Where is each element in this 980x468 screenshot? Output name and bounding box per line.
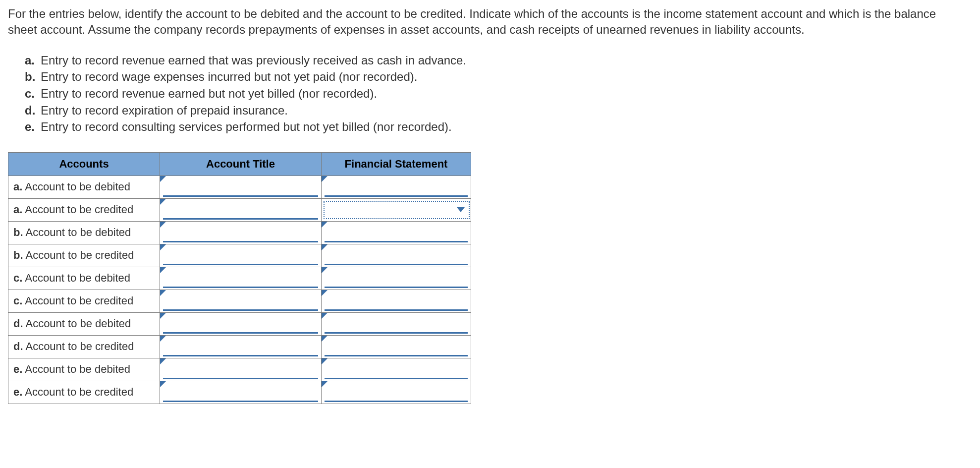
table-row: d. Account to be credited <box>8 335 471 358</box>
entry-letter: d. <box>25 102 41 119</box>
dropdown-indicator-icon <box>160 336 166 342</box>
dropdown-underline <box>325 241 468 242</box>
financial-statement-dropdown[interactable] <box>322 335 471 358</box>
table-row: a. Account to be credited <box>8 198 471 221</box>
financial-statement-dropdown[interactable] <box>322 290 471 312</box>
dropdown-underline <box>325 264 468 265</box>
account-title-dropdown[interactable] <box>160 335 322 358</box>
account-title-dropdown[interactable] <box>160 176 322 198</box>
dropdown-underline <box>163 332 318 334</box>
account-title-dropdown[interactable] <box>160 244 322 267</box>
entry-text: Entry to record revenue earned but not y… <box>41 85 377 102</box>
account-title-dropdown[interactable] <box>160 312 322 335</box>
accounts-label-cell: a. Account to be debited <box>8 176 160 198</box>
dropdown-indicator-icon <box>322 336 327 342</box>
instructions-text: For the entries below, identify the acco… <box>8 6 959 38</box>
row-label-text: Account to be debited <box>22 363 130 375</box>
financial-statement-dropdown[interactable] <box>322 381 471 404</box>
table-row: b. Account to be credited <box>8 244 471 267</box>
accounts-label-cell: c. Account to be credited <box>8 290 160 312</box>
account-title-dropdown[interactable] <box>160 381 322 404</box>
dropdown-indicator-icon <box>322 176 327 182</box>
accounts-label-cell: b. Account to be debited <box>8 221 160 244</box>
active-dropdown-outline <box>324 201 470 219</box>
dropdown-underline <box>325 332 468 334</box>
table-row: c. Account to be credited <box>8 290 471 312</box>
dropdown-indicator-icon <box>160 313 166 319</box>
row-label-text: Account to be debited <box>22 180 130 193</box>
financial-statement-dropdown[interactable] <box>322 267 471 290</box>
dropdown-underline <box>163 355 318 356</box>
row-label-text: Account to be credited <box>22 294 133 307</box>
row-label-text: Account to be credited <box>22 203 133 216</box>
dropdown-indicator-icon <box>160 358 166 364</box>
table-row: b. Account to be debited <box>8 221 471 244</box>
header-account-title: Account Title <box>160 152 322 176</box>
accounts-label-cell: a. Account to be credited <box>8 198 160 221</box>
row-letter: b. <box>13 226 23 238</box>
dropdown-indicator-icon <box>160 199 166 205</box>
dropdown-indicator-icon <box>160 222 166 228</box>
entry-text: Entry to record expiration of prepaid in… <box>41 102 288 119</box>
dropdown-underline <box>163 287 318 288</box>
dropdown-indicator-icon <box>322 313 327 319</box>
row-letter: c. <box>13 272 22 284</box>
dropdown-indicator-icon <box>322 244 327 250</box>
table-row: d. Account to be debited <box>8 312 471 335</box>
header-accounts: Accounts <box>8 152 160 176</box>
entry-item: c.Entry to record revenue earned but not… <box>25 85 972 102</box>
financial-statement-dropdown[interactable] <box>322 176 471 198</box>
financial-statement-dropdown[interactable] <box>322 221 471 244</box>
table-row: e. Account to be debited <box>8 358 471 381</box>
dropdown-indicator-icon <box>160 244 166 250</box>
dropdown-underline <box>163 218 318 220</box>
dropdown-indicator-icon <box>322 381 327 387</box>
row-letter: a. <box>13 180 22 193</box>
financial-statement-dropdown[interactable] <box>322 358 471 381</box>
dropdown-indicator-icon <box>160 290 166 296</box>
entry-text: Entry to record revenue earned that was … <box>41 52 466 69</box>
dropdown-indicator-icon <box>322 290 327 296</box>
entry-text: Entry to record consulting services perf… <box>41 118 452 135</box>
row-label-text: Account to be debited <box>22 272 130 284</box>
account-title-dropdown[interactable] <box>160 267 322 290</box>
account-title-dropdown[interactable] <box>160 358 322 381</box>
row-label-text: Account to be credited <box>23 340 134 352</box>
entry-item: e.Entry to record consulting services pe… <box>25 118 972 135</box>
header-financial-statement: Financial Statement <box>322 152 471 176</box>
entry-item: d.Entry to record expiration of prepaid … <box>25 102 972 119</box>
accounts-label-cell: e. Account to be credited <box>8 381 160 404</box>
row-letter: e. <box>13 386 22 398</box>
dropdown-indicator-icon <box>160 267 166 273</box>
table-row: c. Account to be debited <box>8 267 471 290</box>
dropdown-underline <box>163 264 318 265</box>
dropdown-underline <box>163 241 318 242</box>
row-letter: d. <box>13 317 23 330</box>
financial-statement-dropdown[interactable] <box>322 312 471 335</box>
dropdown-indicator-icon <box>322 222 327 228</box>
accounts-label-cell: b. Account to be credited <box>8 244 160 267</box>
entry-item: a.Entry to record revenue earned that wa… <box>25 52 972 69</box>
dropdown-indicator-icon <box>160 176 166 182</box>
dropdown-indicator-icon <box>322 358 327 364</box>
answer-table: Accounts Account Title Financial Stateme… <box>8 152 471 404</box>
dropdown-underline <box>163 309 318 311</box>
entry-letter: b. <box>25 68 41 85</box>
table-row: a. Account to be debited <box>8 176 471 198</box>
accounts-label-cell: d. Account to be debited <box>8 312 160 335</box>
chevron-down-icon <box>457 207 465 212</box>
account-title-dropdown[interactable] <box>160 290 322 312</box>
row-label-text: Account to be credited <box>22 386 133 398</box>
row-letter: a. <box>13 203 22 216</box>
row-letter: b. <box>13 249 23 261</box>
table-row: e. Account to be credited <box>8 381 471 404</box>
account-title-dropdown[interactable] <box>160 198 322 221</box>
row-label-text: Account to be debited <box>23 226 131 238</box>
dropdown-indicator-icon <box>322 267 327 273</box>
entry-letter: c. <box>25 85 41 102</box>
financial-statement-dropdown[interactable] <box>322 198 471 221</box>
financial-statement-dropdown[interactable] <box>322 244 471 267</box>
accounts-label-cell: c. Account to be debited <box>8 267 160 290</box>
account-title-dropdown[interactable] <box>160 221 322 244</box>
dropdown-underline <box>163 195 318 197</box>
